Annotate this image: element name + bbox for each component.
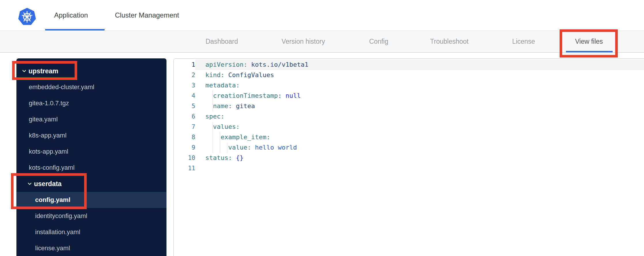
code-line[interactable]: 3metadata: bbox=[174, 80, 644, 91]
file-label: license.yaml bbox=[35, 244, 70, 252]
nav-tab-view-files[interactable]: View files bbox=[575, 31, 603, 52]
nav-tab-troubleshoot[interactable]: Troubleshoot bbox=[430, 31, 468, 52]
code-text: metadata: bbox=[205, 80, 240, 91]
file-tree-file-license-yaml[interactable]: license.yaml bbox=[16, 240, 166, 256]
token-val: gitea bbox=[236, 102, 255, 110]
file-tree-file-config-yaml[interactable]: config.yaml bbox=[16, 192, 166, 208]
token-key: name: bbox=[205, 102, 232, 110]
line-number: 7 bbox=[174, 122, 195, 132]
file-tree-file-gitea-1-0-7-tgz[interactable]: gitea-1.0.7.tgz bbox=[16, 95, 166, 111]
line-number: 11 bbox=[174, 163, 195, 173]
token-key: apiVersion: bbox=[205, 61, 247, 68]
token-plain bbox=[282, 92, 285, 99]
code-editor[interactable]: 1apiVersion: kots.io/v1beta12kind: Confi… bbox=[173, 58, 644, 256]
token-plain bbox=[247, 61, 251, 68]
code-line[interactable]: 5 name: gitea bbox=[174, 101, 644, 111]
token-key: value: bbox=[205, 144, 251, 151]
file-tree-file-gitea-yaml[interactable]: gitea.yaml bbox=[16, 111, 166, 127]
file-tree-folder-upstream[interactable]: upstream bbox=[16, 63, 166, 79]
token-plain bbox=[251, 144, 255, 151]
line-number: 9 bbox=[174, 142, 195, 153]
file-tree-sidebar: upstreamembedded-cluster.yamlgitea-1.0.7… bbox=[16, 58, 166, 256]
nav-tab-license[interactable]: License bbox=[512, 31, 535, 52]
code-text: kind: ConfigValues bbox=[205, 70, 274, 80]
line-number: 8 bbox=[174, 132, 195, 142]
line-number: 1 bbox=[174, 60, 195, 70]
code-line[interactable]: 2kind: ConfigValues bbox=[174, 70, 644, 80]
file-tree-file-kots-app-yaml[interactable]: kots-app.yaml bbox=[16, 144, 166, 160]
line-number: 4 bbox=[174, 91, 195, 101]
token-key: spec: bbox=[205, 113, 224, 120]
code-text: creationTimestamp: null bbox=[205, 91, 301, 101]
file-label: embedded-cluster.yaml bbox=[29, 83, 94, 91]
file-label: gitea-1.0.7.tgz bbox=[29, 100, 69, 107]
file-label: installation.yaml bbox=[35, 228, 80, 236]
top-bar: ApplicationCluster Management bbox=[0, 0, 644, 31]
active-top-tab-underline bbox=[45, 29, 105, 30]
token-null: null bbox=[285, 92, 301, 99]
app-nav-bar: DashboardVersion historyConfigTroublesho… bbox=[0, 31, 644, 53]
token-key: example_item: bbox=[205, 133, 270, 141]
chevron-down-icon bbox=[22, 69, 26, 73]
file-tree-file-installation-yaml[interactable]: installation.yaml bbox=[16, 224, 166, 240]
code-text: value: hello world bbox=[205, 142, 297, 153]
line-number: 10 bbox=[174, 153, 195, 163]
code-line[interactable]: 9 value: hello world bbox=[174, 142, 644, 153]
file-label: config.yaml bbox=[35, 196, 70, 204]
file-label: k8s-app.yaml bbox=[29, 132, 67, 139]
token-str: hello world bbox=[255, 144, 297, 151]
line-number: 6 bbox=[174, 111, 195, 122]
line-number: 3 bbox=[174, 80, 195, 91]
token-plain bbox=[232, 102, 236, 110]
code-text: name: gitea bbox=[205, 101, 255, 111]
top-tab-application[interactable]: Application bbox=[54, 0, 88, 30]
code-line[interactable]: 1apiVersion: kots.io/v1beta1 bbox=[174, 60, 644, 70]
code-text: example_item: bbox=[205, 132, 270, 142]
file-tree-file-k8s-app-yaml[interactable]: k8s-app.yaml bbox=[16, 127, 166, 144]
file-label: kots-app.yaml bbox=[29, 148, 68, 155]
token-val: ConfigValues bbox=[228, 71, 274, 79]
active-nav-tab-underline bbox=[566, 51, 613, 52]
code-line[interactable]: 7 values: bbox=[174, 122, 644, 132]
token-key: kind: bbox=[205, 71, 224, 79]
line-number: 5 bbox=[174, 101, 195, 111]
code-line[interactable]: 10status: {} bbox=[174, 153, 644, 163]
file-tree-file-embedded-cluster-yaml[interactable]: embedded-cluster.yaml bbox=[16, 79, 166, 95]
token-key: status: bbox=[205, 154, 232, 161]
token-brace: {} bbox=[236, 154, 244, 161]
token-key: creationTimestamp: bbox=[205, 92, 282, 99]
token-key: metadata: bbox=[205, 82, 240, 89]
code-text: spec: bbox=[205, 111, 224, 122]
code-text: status: {} bbox=[205, 153, 243, 163]
folder-label: userdata bbox=[34, 180, 62, 188]
nav-tab-dashboard[interactable]: Dashboard bbox=[206, 31, 238, 52]
token-plain bbox=[232, 154, 236, 161]
file-tree-folder-userdata[interactable]: userdata bbox=[16, 176, 166, 192]
file-tree-file-kots-config-yaml[interactable]: kots-config.yaml bbox=[16, 160, 166, 176]
token-val: kots.io/v1beta1 bbox=[251, 61, 308, 68]
nav-tab-version-history[interactable]: Version history bbox=[282, 31, 325, 52]
top-tab-cluster-management[interactable]: Cluster Management bbox=[115, 0, 179, 30]
code-line[interactable]: 8 example_item: bbox=[174, 132, 644, 142]
file-label: identityconfig.yaml bbox=[35, 212, 87, 220]
chevron-down-icon bbox=[27, 182, 32, 186]
code-line[interactable]: 11 bbox=[174, 163, 644, 173]
kubernetes-logo-icon bbox=[18, 7, 36, 26]
nav-tab-config[interactable]: Config bbox=[369, 31, 388, 52]
file-tree-file-identityconfig-yaml[interactable]: identityconfig.yaml bbox=[16, 208, 166, 224]
file-label: kots-config.yaml bbox=[29, 164, 75, 171]
code-line[interactable]: 6spec: bbox=[174, 111, 644, 122]
token-key: values: bbox=[205, 123, 240, 130]
code-line[interactable]: 4 creationTimestamp: null bbox=[174, 91, 644, 101]
token-plain bbox=[224, 71, 228, 79]
code-text: values: bbox=[205, 122, 240, 132]
folder-label: upstream bbox=[29, 67, 58, 75]
file-label: gitea.yaml bbox=[29, 116, 58, 123]
code-text: apiVersion: kots.io/v1beta1 bbox=[205, 60, 308, 70]
line-number: 2 bbox=[174, 70, 195, 80]
